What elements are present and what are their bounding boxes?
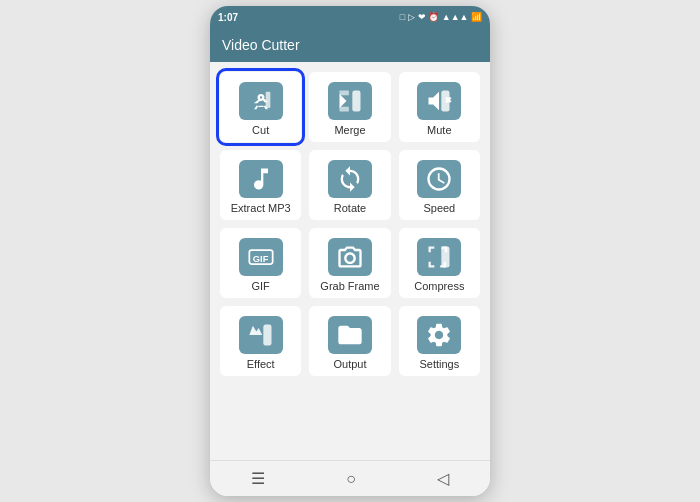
status-icons: □ ▷ ❤ ⏰ ▲▲▲ 📶 [400, 12, 482, 22]
svg-rect-8 [263, 325, 271, 346]
cut-label: Cut [252, 124, 269, 136]
merge-label: Merge [334, 124, 365, 136]
svg-rect-0 [265, 92, 270, 108]
grid-item-grab-frame[interactable]: Grab Frame [309, 228, 390, 298]
app-header: Video Cutter [210, 28, 490, 62]
gif-icon: GIF [247, 243, 275, 271]
merge-icon-box [328, 82, 372, 120]
mute-icon [425, 87, 453, 115]
grab-frame-label: Grab Frame [320, 280, 379, 292]
grid-item-merge[interactable]: Merge [309, 72, 390, 142]
nav-home-icon[interactable]: ○ [346, 470, 356, 488]
extract-mp3-label: Extract MP3 [231, 202, 291, 214]
nav-menu-icon[interactable]: ☰ [251, 469, 265, 488]
nav-bar: ☰ ○ ◁ [210, 460, 490, 496]
status-time: 1:07 [218, 12, 238, 23]
mute-label: Mute [427, 124, 451, 136]
grid-item-speed[interactable]: Speed [399, 150, 480, 220]
compress-label: Compress [414, 280, 464, 292]
rotate-icon [336, 165, 364, 193]
cut-icon-box [239, 82, 283, 120]
rotate-label: Rotate [334, 202, 366, 214]
effect-icon [247, 321, 275, 349]
status-bar: 1:07 □ ▷ ❤ ⏰ ▲▲▲ 📶 [210, 6, 490, 28]
speed-label: Speed [423, 202, 455, 214]
grid-item-gif[interactable]: GIF GIF [220, 228, 301, 298]
grab-frame-icon [336, 243, 364, 271]
main-content: Cut Merge [210, 62, 490, 460]
grid-item-output[interactable]: Output [309, 306, 390, 376]
svg-rect-1 [352, 91, 360, 112]
effect-icon-box [239, 316, 283, 354]
extract-mp3-icon [247, 165, 275, 193]
grid-item-settings[interactable]: Settings [399, 306, 480, 376]
speed-icon [425, 165, 453, 193]
notification-icons: □ ▷ [400, 12, 415, 22]
grid-item-mute[interactable]: Mute [399, 72, 480, 142]
settings-icon [425, 321, 453, 349]
app-title: Video Cutter [222, 37, 300, 53]
grid-item-rotate[interactable]: Rotate [309, 150, 390, 220]
gif-label: GIF [251, 280, 269, 292]
compress-icon [425, 243, 453, 271]
grid-item-compress[interactable]: Compress [399, 228, 480, 298]
svg-text:GIF: GIF [252, 254, 268, 264]
phone-frame: 1:07 □ ▷ ❤ ⏰ ▲▲▲ 📶 Video Cutter Cut [210, 6, 490, 496]
mute-icon-box [417, 82, 461, 120]
extract-mp3-icon-box [239, 160, 283, 198]
cut-icon [247, 87, 275, 115]
output-icon-box [328, 316, 372, 354]
effect-label: Effect [247, 358, 275, 370]
grid-item-cut[interactable]: Cut [220, 72, 301, 142]
grid-item-effect[interactable]: Effect [220, 306, 301, 376]
signal-icons: ❤ ⏰ ▲▲▲ 📶 [418, 12, 482, 22]
output-label: Output [333, 358, 366, 370]
grab-frame-icon-box [328, 238, 372, 276]
settings-label: Settings [419, 358, 459, 370]
output-icon [336, 321, 364, 349]
compress-icon-box [417, 238, 461, 276]
merge-icon [336, 87, 364, 115]
nav-back-icon[interactable]: ◁ [437, 469, 449, 488]
gif-icon-box: GIF [239, 238, 283, 276]
settings-icon-box [417, 316, 461, 354]
speed-icon-box [417, 160, 461, 198]
feature-grid: Cut Merge [220, 72, 480, 376]
grid-item-extract-mp3[interactable]: Extract MP3 [220, 150, 301, 220]
rotate-icon-box [328, 160, 372, 198]
